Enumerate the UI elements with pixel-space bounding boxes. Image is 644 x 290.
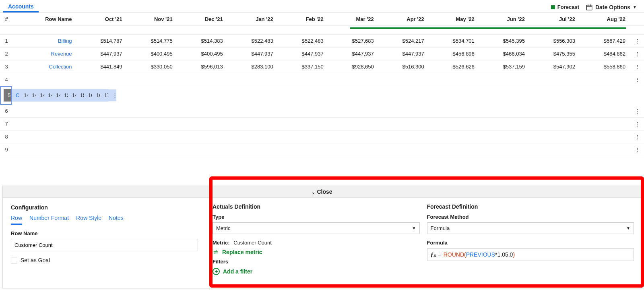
cell[interactable]: $484,862 (579, 48, 630, 60)
col-month[interactable]: Jun '22 (479, 13, 529, 26)
formula-token-paren: ) (513, 251, 515, 258)
cell[interactable]: 145 (44, 89, 52, 102)
row-menu-icon[interactable]: ⋮ (630, 35, 644, 48)
date-options-button[interactable]: Date Options ▼ (586, 4, 637, 11)
table-row[interactable]: 7⋮ (0, 118, 644, 130)
cell[interactable]: $537,159 (479, 60, 529, 73)
data-grid[interactable]: # Row Name Oct '21 Nov '21 Dec '21 Jan '… (0, 13, 644, 156)
cell[interactable]: $558,860 (579, 60, 630, 73)
row-name-link[interactable]: Collection (49, 64, 72, 70)
col-month[interactable]: May '22 (428, 13, 479, 26)
col-month[interactable]: Nov '21 (126, 13, 177, 26)
cell[interactable]: $524,217 (378, 35, 428, 48)
row-menu-icon[interactable]: ⋮ (630, 143, 644, 156)
cell[interactable]: $547,902 (529, 60, 579, 73)
cell[interactable]: $534,701 (428, 35, 479, 48)
table-row[interactable]: 9⋮ (0, 143, 644, 156)
row-menu-icon[interactable]: ⋮ (630, 73, 644, 86)
cell[interactable]: 140 (28, 89, 36, 102)
cell[interactable]: $400,495 (177, 48, 227, 60)
tab-accounts[interactable]: Accounts (3, 2, 39, 12)
row-name-link[interactable]: Revenue (51, 51, 72, 57)
forecast-range-bar (350, 27, 626, 29)
cell[interactable]: $514,775 (126, 35, 177, 48)
col-month[interactable]: Aug '22 (579, 13, 630, 26)
cell[interactable]: 160 (84, 89, 92, 102)
cell[interactable]: $596,013 (177, 60, 227, 73)
subtab-row-style[interactable]: Row Style (76, 215, 101, 225)
row-menu-icon[interactable]: ⋮ (630, 130, 644, 143)
cell[interactable]: $466,034 (479, 48, 529, 60)
cell[interactable]: $516,300 (378, 60, 428, 73)
cell[interactable]: $522,483 (227, 35, 277, 48)
cell[interactable]: $447,937 (76, 48, 126, 60)
cell[interactable]: $330,050 (126, 60, 177, 73)
cell[interactable]: $447,937 (378, 48, 428, 60)
row-menu-icon[interactable]: ⋮ (630, 118, 644, 130)
cell[interactable]: 138 (60, 89, 68, 102)
cell[interactable]: $400,495 (126, 48, 177, 60)
cell[interactable]: $556,303 (529, 35, 579, 48)
set-as-goal-checkbox[interactable]: Set as Goal (11, 257, 198, 263)
subtab-number-format[interactable]: Number Format (29, 215, 69, 225)
cell[interactable]: $447,937 (277, 48, 328, 60)
type-select[interactable]: Metric ▼ (213, 222, 420, 234)
type-value: Metric (216, 225, 230, 231)
cell[interactable]: $526,626 (428, 60, 479, 73)
row-index: 5 (4, 89, 12, 102)
cell[interactable]: $441,849 (76, 60, 126, 73)
subtab-notes[interactable]: Notes (109, 215, 124, 225)
table-row[interactable]: 1 Billing $514,787$514,775$514,383$522,4… (0, 35, 644, 48)
cell[interactable]: $337,150 (277, 60, 328, 73)
subtab-row[interactable]: Row (11, 215, 22, 225)
cell[interactable]: $522,483 (277, 35, 328, 48)
cell[interactable]: $545,395 (479, 35, 529, 48)
table-row[interactable]: 4 ⋮ (0, 73, 644, 86)
row-name-link[interactable]: Billing (58, 38, 72, 44)
row-menu-icon[interactable]: ⋮ (108, 89, 116, 102)
cell[interactable]: 168 (92, 89, 100, 102)
add-filter-button[interactable]: + Add a filter (213, 268, 420, 275)
col-month[interactable]: Dec '21 (177, 13, 227, 26)
cell[interactable]: 143 (36, 89, 44, 102)
col-month[interactable]: Apr '22 (378, 13, 428, 26)
rowname-input[interactable] (11, 239, 198, 251)
swap-icon (213, 249, 219, 255)
cell[interactable]: 152 (76, 89, 84, 102)
row-menu-icon[interactable]: ⋮ (630, 60, 644, 73)
table-row-selected[interactable]: 5 Customer Count 14014014314514713814515… (0, 86, 12, 105)
table-row[interactable]: 8⋮ (0, 130, 644, 143)
table-row[interactable]: 3 Collection $441,849$330,050$596,013$28… (0, 60, 644, 73)
cell[interactable]: 176 (100, 89, 108, 102)
cell[interactable]: $447,937 (328, 48, 378, 60)
row-menu-icon[interactable]: ⋮ (630, 48, 644, 60)
col-month[interactable]: Jan '22 (227, 13, 277, 26)
replace-metric-button[interactable]: Replace metric (213, 249, 420, 255)
col-month[interactable]: Feb '22 (277, 13, 328, 26)
cell[interactable]: 145 (68, 89, 76, 102)
cell[interactable]: $447,937 (227, 48, 277, 60)
cell[interactable]: $475,355 (529, 48, 579, 60)
forecast-method-label: Forecast Method (427, 214, 634, 220)
forecast-method-select[interactable]: Formula ▼ (427, 222, 634, 234)
col-month[interactable]: Jul '22 (529, 13, 579, 26)
cell[interactable]: $928,650 (328, 60, 378, 73)
cell[interactable]: $456,896 (428, 48, 479, 60)
col-month[interactable]: Oct '21 (76, 13, 126, 26)
fx-icon: ƒₓ = (431, 251, 441, 258)
table-row[interactable]: 2 Revenue $447,937$400,495$400,495$447,9… (0, 48, 644, 60)
col-month[interactable]: Mar '22 (328, 13, 378, 26)
formula-label: Formula (427, 240, 634, 246)
cell[interactable]: $567,429 (579, 35, 630, 48)
close-panel-button[interactable]: ⌄ Close (3, 186, 641, 198)
formula-input[interactable]: ƒₓ = ROUND(PREVIOUS*1.05,0) (427, 248, 634, 261)
cell[interactable]: $527,683 (328, 35, 378, 48)
cell[interactable]: $283,100 (227, 60, 277, 73)
cell[interactable]: $514,787 (76, 35, 126, 48)
row-menu-icon[interactable]: ⋮ (630, 105, 644, 118)
row-name-link[interactable]: Customer Count (16, 92, 20, 98)
cell[interactable]: $514,383 (177, 35, 227, 48)
table-row[interactable]: 6⋮ (0, 105, 644, 118)
cell[interactable]: 140 (20, 89, 28, 102)
cell[interactable]: 147 (52, 89, 60, 102)
